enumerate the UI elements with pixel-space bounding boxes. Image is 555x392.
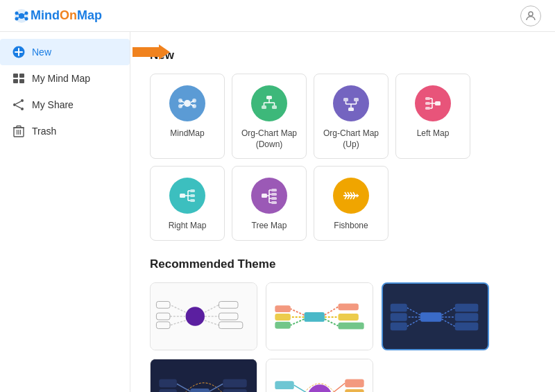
theme-2-preview [266, 283, 373, 350]
svg-rect-42 [272, 105, 277, 109]
sidebar-my-share-label: My Share [32, 99, 74, 110]
svg-rect-41 [262, 105, 266, 109]
arrow-head [159, 44, 170, 60]
svg-rect-73 [271, 189, 277, 191]
svg-rect-15 [19, 74, 24, 78]
map-card-tree[interactable]: Tree Map [232, 166, 307, 241]
svg-rect-17 [19, 79, 24, 83]
svg-rect-55 [425, 97, 430, 100]
sidebar-my-mind-map-label: My Mind Map [32, 73, 90, 84]
orange-arrow [133, 44, 170, 60]
svg-rect-138 [159, 379, 176, 387]
theme-4-preview [151, 359, 257, 392]
svg-rect-64 [190, 189, 195, 192]
sidebar-item-my-share[interactable]: My Share [0, 92, 130, 118]
logo-map: Map [77, 8, 102, 22]
svg-rect-54 [435, 101, 441, 105]
svg-rect-75 [271, 197, 277, 200]
svg-rect-108 [304, 312, 324, 322]
svg-rect-152 [345, 379, 364, 387]
svg-rect-63 [180, 194, 185, 198]
theme-card-3[interactable] [382, 282, 489, 350]
theme-card-1[interactable] [150, 282, 257, 350]
right-map-icon [169, 178, 205, 214]
theme-1-preview [151, 283, 257, 350]
grid-icon [12, 72, 25, 85]
svg-rect-132 [455, 313, 479, 321]
user-avatar-button[interactable] [520, 6, 541, 26]
header: MindOnMap [0, 0, 555, 32]
svg-line-21 [16, 101, 21, 104]
org-up-label: Org-Chart Map (Up) [320, 128, 382, 150]
svg-rect-130 [455, 304, 479, 312]
svg-rect-114 [275, 322, 291, 329]
svg-rect-76 [271, 201, 277, 204]
sidebar-item-trash[interactable]: Trash [0, 118, 130, 144]
map-card-org-down[interactable]: Org-Chart Map(Down) [232, 74, 307, 159]
logo: MindOnMap [14, 8, 102, 24]
org-down-icon [251, 85, 287, 121]
svg-rect-126 [391, 313, 407, 321]
svg-rect-136 [190, 389, 209, 392]
sidebar-item-new[interactable]: New [0, 39, 130, 65]
arrow-body [133, 47, 159, 57]
left-map-icon [415, 85, 451, 121]
svg-rect-144 [223, 379, 246, 387]
svg-rect-49 [354, 98, 359, 101]
svg-point-19 [21, 108, 24, 110]
svg-rect-120 [338, 323, 364, 330]
svg-rect-134 [455, 322, 479, 330]
svg-rect-124 [391, 304, 407, 312]
svg-rect-47 [348, 108, 354, 111]
svg-rect-118 [338, 314, 358, 321]
sidebar-item-my-mind-map[interactable]: My Mind Map [0, 65, 130, 92]
org-down-label: Org-Chart Map(Down) [241, 128, 297, 150]
svg-rect-128 [391, 322, 407, 330]
svg-rect-154 [345, 389, 364, 392]
svg-rect-66 [190, 199, 195, 202]
theme-5-preview [266, 359, 373, 392]
map-card-fishbone[interactable]: Fishbone [314, 166, 388, 241]
mindmap-icon [169, 85, 205, 121]
svg-rect-140 [159, 389, 176, 392]
map-card-mindmap[interactable]: MindMap [150, 74, 225, 159]
app-layout: New My Mind Map [0, 32, 555, 392]
fishbone-label: Fishbone [334, 221, 368, 232]
svg-rect-40 [266, 96, 272, 99]
theme-3-preview [383, 284, 488, 349]
svg-rect-116 [338, 303, 358, 310]
map-type-grid: MindMap Org-Chart Map(Down) [150, 74, 536, 241]
theme-card-2[interactable] [266, 282, 373, 350]
svg-rect-122 [420, 312, 442, 321]
svg-rect-74 [271, 193, 277, 196]
user-icon [524, 10, 537, 22]
svg-rect-112 [275, 314, 291, 321]
trash-icon [12, 125, 25, 137]
plus-icon [12, 46, 25, 58]
svg-rect-158 [275, 381, 293, 389]
new-section-title: New [150, 49, 536, 62]
svg-point-20 [13, 103, 16, 106]
svg-point-31 [184, 100, 191, 107]
right-map-label: Right Map [169, 221, 207, 232]
map-card-org-up[interactable]: Org-Chart Map (Up) [314, 74, 388, 159]
tree-map-label: Tree Map [252, 221, 287, 232]
left-map-label: Left Map [417, 128, 450, 139]
svg-rect-14 [13, 74, 18, 78]
svg-rect-65 [190, 194, 195, 197]
svg-marker-92 [357, 194, 359, 198]
map-card-left[interactable]: Left Map [395, 74, 470, 159]
theme-card-5[interactable] [266, 359, 373, 392]
logo-icon [14, 8, 29, 24]
share-icon [12, 99, 25, 111]
sidebar: New My Mind Map [0, 32, 130, 392]
svg-rect-57 [425, 107, 430, 110]
svg-point-10 [529, 12, 533, 16]
mindmap-label: MindMap [170, 128, 204, 139]
svg-point-94 [186, 307, 205, 325]
org-up-icon [333, 85, 369, 121]
main-content: New MindMap [130, 32, 555, 392]
theme-card-4[interactable] [150, 359, 257, 392]
map-card-right[interactable]: Right Map [150, 166, 225, 241]
svg-rect-16 [13, 79, 18, 83]
